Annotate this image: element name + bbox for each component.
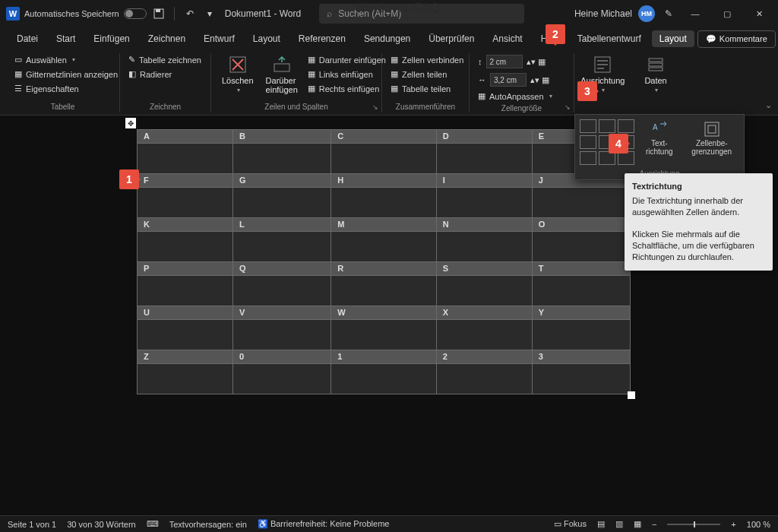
undo-icon[interactable]: ↶	[182, 6, 198, 21]
comments-button[interactable]: 💬 Kommentare	[697, 30, 776, 48]
table-cell[interactable]	[138, 232, 233, 262]
table-cell[interactable]	[138, 144, 233, 174]
autosave[interactable]: Automatisches Speichern	[24, 8, 147, 19]
table-cell[interactable]: 1	[331, 350, 436, 364]
tab-start[interactable]: Start	[49, 30, 83, 47]
cell-margins-button[interactable]: Zellenbe-grenzungen	[685, 119, 740, 157]
table-cell[interactable]: S	[436, 262, 532, 276]
table-cell[interactable]: G	[233, 174, 331, 188]
table-cell[interactable]	[233, 188, 331, 218]
table-cell[interactable]	[138, 276, 233, 306]
redo-dropdown-icon[interactable]: ▾	[202, 6, 217, 21]
table-cell[interactable]	[436, 188, 532, 218]
table-cell[interactable]: W	[331, 306, 436, 320]
table-cell[interactable]: I	[436, 174, 532, 188]
table-cell[interactable]: H	[331, 174, 436, 188]
gridlines-button[interactable]: ▦ Gitternetzlinien anzeigen	[12, 68, 120, 81]
table-resize-handle[interactable]	[628, 391, 635, 399]
properties-button[interactable]: ☰ Eigenschaften	[12, 82, 120, 95]
zoom-in-icon[interactable]: +	[731, 520, 735, 529]
table-cell[interactable]: D	[436, 130, 532, 144]
table-cell[interactable]: L	[233, 218, 331, 232]
status-words[interactable]: 30 von 30 Wörtern	[67, 520, 136, 529]
table-cell[interactable]	[331, 320, 436, 350]
insert-below-button[interactable]: ▦ Darunter einfügen	[305, 53, 388, 66]
close-icon[interactable]: ✕	[746, 3, 772, 24]
table-cell[interactable]	[532, 276, 630, 306]
table-cell[interactable]: T	[532, 262, 630, 276]
table-cell[interactable]: B	[233, 130, 331, 144]
dialog-launcher-icon[interactable]: ↘	[372, 103, 378, 111]
select-button[interactable]: ▭ Auswählen ▾	[12, 53, 120, 66]
view-web-icon[interactable]: ▦	[634, 519, 641, 529]
tab-layout[interactable]: Layout	[652, 30, 694, 47]
tab-einfügen[interactable]: Einfügen	[86, 30, 137, 47]
view-print-icon[interactable]: ▤	[597, 519, 605, 529]
table-cell[interactable]	[138, 320, 233, 350]
text-direction-button[interactable]: A Text-richtung	[642, 119, 677, 157]
table-cell[interactable]: U	[138, 306, 233, 320]
dialog-launcher-icon[interactable]: ↘	[565, 103, 571, 111]
tab-überprüfen[interactable]: Überprüfen	[421, 30, 482, 47]
table-move-handle[interactable]: ✥	[125, 118, 136, 128]
table-cell[interactable]: N	[436, 218, 532, 232]
tab-sendungen[interactable]: Sendungen	[356, 30, 418, 47]
table-cell[interactable]	[436, 320, 532, 350]
split-table-button[interactable]: ▦ Tabelle teilen	[388, 82, 466, 95]
table-cell[interactable]	[138, 188, 233, 218]
zoom-out-icon[interactable]: −	[652, 520, 656, 529]
tab-layout[interactable]: Layout	[245, 30, 288, 47]
table-cell[interactable]	[436, 276, 532, 306]
status-lang-icon[interactable]: ⌨	[147, 519, 159, 529]
maximize-icon[interactable]: ▢	[714, 3, 740, 24]
table-cell[interactable]	[331, 188, 436, 218]
table-cell[interactable]	[532, 188, 630, 218]
zoom-level[interactable]: 100 %	[747, 520, 770, 529]
table-cell[interactable]	[532, 364, 630, 394]
align-top-right[interactable]	[618, 119, 634, 133]
table-cell[interactable]: Y	[532, 306, 630, 320]
tab-referenzen[interactable]: Referenzen	[291, 30, 353, 47]
table-cell[interactable]	[436, 364, 532, 394]
table-cell[interactable]: C	[331, 130, 436, 144]
autosave-toggle[interactable]	[124, 8, 147, 19]
split-cells-button[interactable]: ▦ Zellen teilen	[388, 68, 466, 81]
table-cell[interactable]: 0	[233, 350, 331, 364]
status-predict[interactable]: Textvorhersagen: ein	[169, 520, 247, 529]
col-width-input[interactable]: ↔ 3,2 cm ▴▾ ▦	[476, 71, 555, 88]
table-cell[interactable]	[436, 144, 532, 174]
table-cell[interactable]: O	[532, 218, 630, 232]
table-cell[interactable]: 2	[436, 350, 532, 364]
table-cell[interactable]	[233, 320, 331, 350]
zoom-slider[interactable]	[667, 524, 720, 525]
table-cell[interactable]	[532, 232, 630, 262]
table-cell[interactable]: X	[436, 306, 532, 320]
minimize-icon[interactable]: ―	[682, 3, 708, 24]
merge-cells-button[interactable]: ▦ Zellen verbinden	[388, 53, 466, 66]
status-access[interactable]: ♿ Barrierefreiheit: Keine Probleme	[258, 519, 390, 529]
document-table[interactable]: ABCDEFGHIJKLMNOPQRSTUVWXYZ0123	[137, 129, 631, 394]
table-cell[interactable]: F	[138, 174, 233, 188]
table-cell[interactable]	[233, 232, 331, 262]
delete-button[interactable]: Löschen▾	[217, 53, 258, 95]
table-cell[interactable]: Q	[233, 262, 331, 276]
table-cell[interactable]	[331, 232, 436, 262]
tab-datei[interactable]: Datei	[9, 30, 46, 47]
table-cell[interactable]: K	[138, 218, 233, 232]
table-cell[interactable]	[233, 364, 331, 394]
table-cell[interactable]: A	[138, 130, 233, 144]
align-bot-left[interactable]	[580, 151, 596, 165]
status-page[interactable]: Seite 1 von 1	[8, 520, 56, 529]
view-read-icon[interactable]: ▥	[615, 519, 623, 529]
table-cell[interactable]	[233, 276, 331, 306]
table-cell[interactable]	[331, 364, 436, 394]
align-top-left[interactable]	[580, 119, 596, 133]
table-cell[interactable]	[436, 232, 532, 262]
tab-entwurf[interactable]: Entwurf	[196, 30, 242, 47]
ribbon-collapse-icon[interactable]: ⌄	[765, 100, 772, 110]
pen-icon[interactable]: ✎	[661, 6, 676, 21]
tab-ansicht[interactable]: Ansicht	[485, 30, 530, 47]
draw-table-button[interactable]: ✎ Tabelle zeichnen	[126, 53, 204, 66]
align-top-center[interactable]	[599, 119, 615, 133]
table-cell[interactable]: 3	[532, 350, 630, 364]
